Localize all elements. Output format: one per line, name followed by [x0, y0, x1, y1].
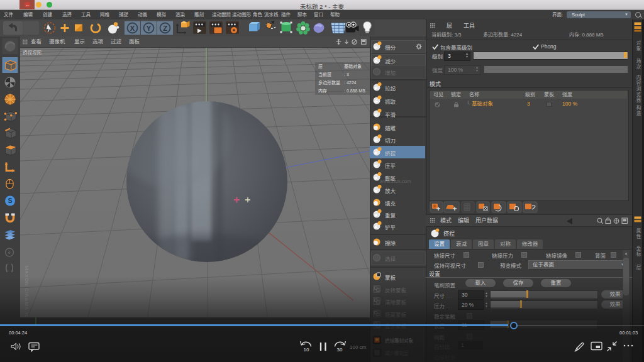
svg-text:Z: Z	[163, 25, 167, 32]
svg-text:100 cm: 100 cm	[350, 344, 367, 350]
svg-text:Y: Y	[147, 25, 152, 32]
svg-text:X: X	[130, 25, 135, 32]
svg-text:10: 10	[304, 347, 309, 353]
svg-text:30: 30	[337, 347, 343, 353]
